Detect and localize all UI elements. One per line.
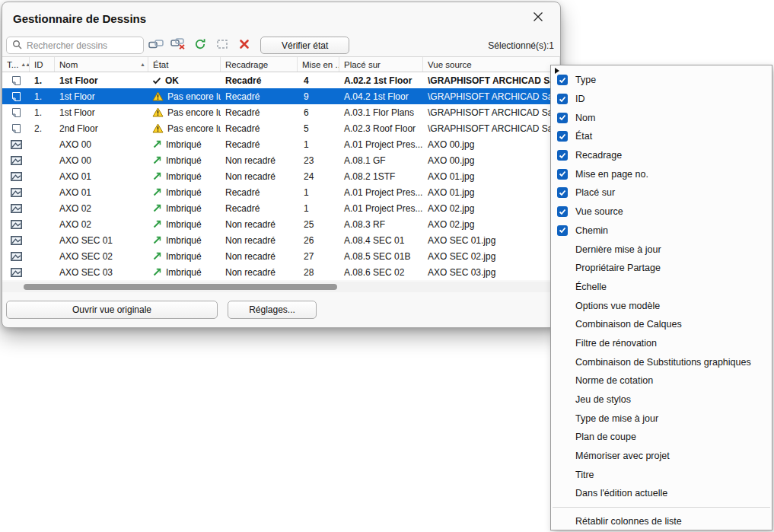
link-drawing-icon <box>148 39 164 53</box>
source-view-cell: AXO 00.jpg <box>423 152 560 168</box>
menu-item-titre[interactable]: Titre <box>551 465 772 484</box>
column-header-recadrage[interactable]: Recadrage <box>221 57 298 72</box>
menu-item-label: Vue source <box>575 206 623 217</box>
status-label: Imbriqué <box>166 139 202 150</box>
menu-item-norme-de-cotation[interactable]: Norme de cotation <box>551 371 772 390</box>
column-header-id[interactable]: ID <box>30 57 55 72</box>
menu-item-plan-de-coupe[interactable]: Plan de coupe <box>551 428 772 447</box>
status-label: OK <box>165 75 179 86</box>
column-header-plac-sur[interactable]: Placé sur <box>339 57 423 72</box>
menu-item-recadrage[interactable]: Recadrage <box>551 146 772 165</box>
placed-on-cell: A.08.6 SEC 02 <box>339 264 423 280</box>
settings-button[interactable]: Réglages... <box>228 301 317 319</box>
table-row[interactable]: AXO SEC 03ImbriquéNon recadré28A.08.6 SE… <box>2 264 560 280</box>
menu-item-derni-re-mise-jour[interactable]: Dernière mise à jour <box>551 240 772 259</box>
menu-item-dans-l-dition-actuelle[interactable]: Dans l'édition actuelle <box>551 484 772 503</box>
drawing-manager-window: Gestionnaire de Dessins <box>2 2 561 328</box>
checkbox-placeholder <box>557 413 568 424</box>
table-row[interactable]: 1.1st FloorOKRecadré4A.02.2 1st Floor\GR… <box>2 72 560 88</box>
drawing-icon <box>11 236 22 245</box>
placed-on-cell: A.08.5 SEC 01B <box>339 248 423 264</box>
crop-button[interactable] <box>212 37 232 54</box>
horizontal-scrollbar[interactable] <box>2 282 560 292</box>
menu-item-chelle[interactable]: Échelle <box>551 278 772 297</box>
column-header-mise-en[interactable]: Mise en ... <box>298 57 339 72</box>
menu-item-r-tablir-colonnes-de-liste[interactable]: Rétablir colonnes de liste <box>551 512 772 531</box>
menu-item-label: Type de mise à jour <box>575 413 658 424</box>
placed-on-cell: A.01 Project Pres... <box>339 184 423 200</box>
menu-item-jeu-de-stylos[interactable]: Jeu de stylos <box>551 390 772 409</box>
column-header-label: Recadrage <box>225 60 268 69</box>
scrollbar-thumb[interactable] <box>24 284 337 290</box>
table-row[interactable]: AXO 02ImbriquéNon recadré25A.08.3 RFAXO … <box>2 216 560 232</box>
menu-item-id[interactable]: ID <box>551 90 772 109</box>
placed-on-cell: A.02.3 Roof Floor <box>339 120 423 136</box>
menu-item-options-vue-mod-le[interactable]: Options vue modèle <box>551 296 772 315</box>
menu-items-container: TypeIDNomÉtatRecadrageMise en page no.Pl… <box>551 71 772 531</box>
table-row[interactable]: AXO 00ImbriquéNon recadré23A.08.1 GFAXO … <box>2 152 560 168</box>
menu-item-label: Dans l'édition actuelle <box>575 488 667 499</box>
table-row[interactable]: AXO SEC 02ImbriquéNon recadré27A.08.5 SE… <box>2 248 560 264</box>
table-row[interactable]: AXO 01ImbriquéNon recadré24A.08.2 1STFAX… <box>2 168 560 184</box>
source-view-cell: AXO 01.jpg <box>423 168 560 184</box>
menu-separator <box>553 507 770 508</box>
search-input[interactable] <box>27 40 138 51</box>
menu-item-label: Recadrage <box>575 150 622 161</box>
warning-icon <box>152 123 164 133</box>
menu-item-combinaison-de-calques[interactable]: Combinaison de Calques <box>551 315 772 334</box>
layout-icon <box>11 75 21 86</box>
table-row[interactable]: AXO SEC 01ImbriquéNon recadré26A.08.4 SE… <box>2 232 560 248</box>
verify-status-button[interactable]: Vérifier état <box>260 37 349 54</box>
close-icon <box>533 11 543 25</box>
page-number-cell: 1 <box>298 136 339 152</box>
menu-item-label: Jeu de stylos <box>575 394 631 405</box>
delete-button[interactable] <box>234 37 254 54</box>
status-label: Imbriqué <box>166 171 202 182</box>
table-row[interactable]: AXO 01ImbriquéRecadré1A.01 Project Pres.… <box>2 184 560 200</box>
table-row[interactable]: AXO 02ImbriquéRecadré1A.01 Project Pres.… <box>2 200 560 216</box>
menu-item-propri-taire-partage[interactable]: Propriétaire Partage <box>551 259 772 278</box>
status-label: Imbriqué <box>166 155 202 166</box>
status-cell: Imbriqué <box>148 184 221 200</box>
id-cell <box>30 248 55 264</box>
table-row[interactable]: AXO 00ImbriquéRecadré1A.01 Project Pres.… <box>2 136 560 152</box>
checkbox-checked-icon <box>557 206 568 217</box>
page-number-cell: 26 <box>298 232 339 248</box>
type-cell <box>2 88 30 104</box>
search-box[interactable] <box>6 37 144 54</box>
menu-item-vue-source[interactable]: Vue source <box>551 202 772 221</box>
nested-icon <box>152 219 162 229</box>
link-drawing-button[interactable] <box>145 37 166 54</box>
menu-item-nom[interactable]: Nom <box>551 108 772 127</box>
column-header-tat[interactable]: État <box>148 57 221 72</box>
menu-item-type[interactable]: Type <box>551 71 772 90</box>
type-cell <box>2 152 30 168</box>
name-cell: 2nd Floor <box>55 120 148 136</box>
menu-item-type-de-mise-jour[interactable]: Type de mise à jour <box>551 409 772 428</box>
open-original-view-button[interactable]: Ouvrir vue originale <box>6 301 218 319</box>
menu-item-tat[interactable]: État <box>551 127 772 146</box>
close-button[interactable] <box>525 8 551 29</box>
layout-icon <box>11 91 21 102</box>
column-header-t[interactable]: T...▲▲ <box>2 57 30 72</box>
menu-item-plac-sur[interactable]: Placé sur <box>551 183 772 202</box>
menu-item-mise-en-page-no[interactable]: Mise en page no. <box>551 164 772 183</box>
column-header-nom[interactable]: Nom▲ <box>55 57 148 72</box>
table-row[interactable]: 2.2nd FloorPas encore luRecadré5A.02.3 R… <box>2 120 560 136</box>
table-row[interactable]: 1.1st FloorPas encore luRecadré9A.04.2 1… <box>2 88 560 104</box>
update-button[interactable] <box>190 37 210 54</box>
table-row[interactable]: 1.1st FloorPas encore luRecadré6A.03.1 F… <box>2 104 560 120</box>
drawing-icon <box>11 156 22 165</box>
status-cell: Pas encore lu <box>148 104 221 120</box>
menu-item-m-moriser-avec-projet[interactable]: Mémoriser avec projet <box>551 447 772 466</box>
name-cell: AXO SEC 03 <box>55 264 148 280</box>
menu-item-chemin[interactable]: Chemin <box>551 221 772 241</box>
menu-item-combinaison-de-substitutions-graphiques[interactable]: Combinaison de Substitutions graphiques <box>551 352 772 371</box>
id-cell <box>30 168 55 184</box>
drawing-icon <box>11 140 22 149</box>
column-header-vue-source[interactable]: Vue source <box>423 57 560 72</box>
break-link-button[interactable] <box>167 37 188 54</box>
menu-item-label: Type <box>575 75 596 85</box>
placed-on-cell: A.03.1 Flor Plans <box>339 104 423 120</box>
menu-item-filtre-de-r-novation[interactable]: Filtre de rénovation <box>551 334 772 353</box>
